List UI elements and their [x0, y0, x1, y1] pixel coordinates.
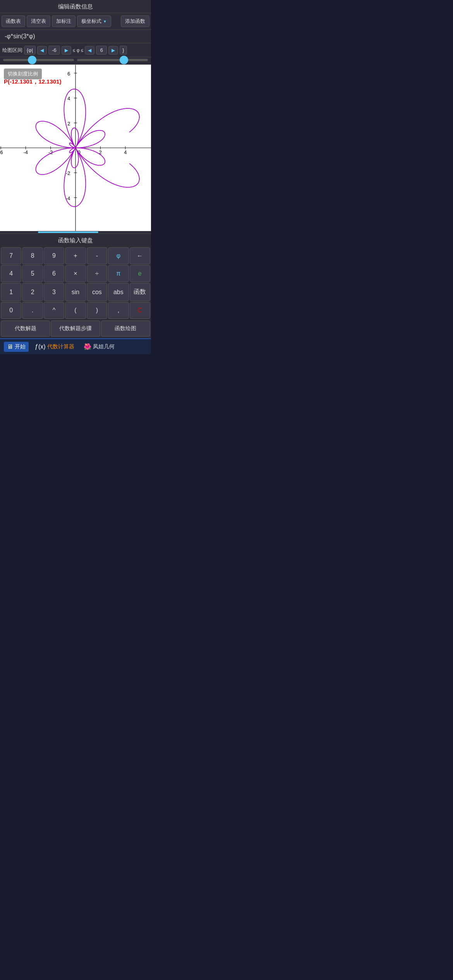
- range-bar: 绘图区间 {φ| ◀ -6 ▶ ≤ φ ≤ ◀ 6 ▶ }: [0, 43, 151, 57]
- svg-text:-6: -6: [0, 150, 3, 155]
- key-open-paren[interactable]: (: [65, 302, 86, 319]
- range-right-arrow-1[interactable]: ▶: [62, 46, 71, 55]
- key-9[interactable]: 9: [44, 247, 64, 264]
- function-table-button[interactable]: 函数表: [2, 15, 25, 27]
- svg-text:-4: -4: [24, 150, 28, 155]
- key-backspace[interactable]: ←: [130, 247, 150, 264]
- key-close-paren[interactable]: ): [87, 302, 107, 319]
- range-right-value: 6: [96, 46, 107, 55]
- key-8[interactable]: 8: [22, 247, 43, 264]
- toolbar: 函数表 清空表 加标注 极坐标式 ▼ 添加函数: [0, 13, 151, 30]
- algebra-icon: ƒ(x): [35, 343, 46, 350]
- key-comma[interactable]: ,: [108, 302, 129, 319]
- top-bar: 编辑函数信息: [0, 0, 151, 13]
- function-plot-button[interactable]: 函数绘图: [101, 320, 150, 337]
- app-title: 编辑函数信息: [58, 3, 93, 10]
- slider-row: [0, 57, 151, 65]
- range-right-arrow-2[interactable]: ▶: [108, 46, 118, 55]
- keyboard-title: 函数输入键盘: [58, 237, 93, 243]
- key-caret[interactable]: ^: [44, 302, 64, 319]
- key-pi[interactable]: π: [108, 265, 129, 282]
- key-e[interactable]: e: [130, 265, 150, 282]
- taskbar-geometry-app[interactable]: 🌺 凤姐几何: [81, 341, 118, 352]
- taskbar: 🖥 开始 ƒ(x) 代数计算器 🌺 凤姐几何: [0, 338, 151, 354]
- svg-text:2: 2: [67, 121, 70, 127]
- key-minus[interactable]: -: [87, 247, 107, 264]
- formula-display[interactable]: -φ*sin(3*φ): [0, 30, 151, 43]
- key-3[interactable]: 3: [44, 283, 64, 301]
- algebra-steps-button[interactable]: 代数解题步骤: [51, 320, 100, 337]
- key-plus[interactable]: +: [65, 247, 86, 264]
- clear-table-button[interactable]: 清空表: [27, 15, 50, 27]
- key-2[interactable]: 2: [22, 283, 43, 301]
- range-label: 绘图区间: [2, 47, 22, 54]
- dropdown-arrow-icon: ▼: [103, 19, 107, 24]
- key-cos[interactable]: cos: [87, 283, 107, 301]
- left-slider[interactable]: [3, 59, 74, 61]
- key-divide[interactable]: ÷: [87, 265, 107, 282]
- key-7[interactable]: 7: [1, 247, 21, 264]
- key-sin[interactable]: sin: [65, 283, 86, 301]
- range-end-brace: }: [120, 46, 127, 55]
- left-slider-thumb[interactable]: [28, 56, 36, 64]
- key-4[interactable]: 4: [1, 265, 21, 282]
- key-5[interactable]: 5: [22, 265, 43, 282]
- keyboard-header: 函数输入键盘: [0, 233, 151, 247]
- range-left-arrow-2[interactable]: ◀: [85, 46, 94, 55]
- start-label: 开始: [15, 343, 26, 350]
- key-1[interactable]: 1: [1, 283, 21, 301]
- right-slider-thumb[interactable]: [120, 56, 128, 64]
- svg-text:4: 4: [124, 150, 127, 155]
- range-brace: {φ|: [24, 46, 36, 55]
- key-6[interactable]: 6: [44, 265, 64, 282]
- add-annotation-button[interactable]: 加标注: [52, 15, 76, 27]
- key-phi[interactable]: φ: [108, 247, 129, 264]
- action-row: 代数解题 代数解题步骤 函数绘图: [0, 320, 151, 338]
- polar-graph-svg: 2 4 -2 -4 -6 2 4 6 -2 -4 0: [0, 65, 151, 231]
- keyboard-grid: 7 8 9 + - φ ← 4 5 6 × ÷ π e 1 2 3 sin co…: [0, 247, 151, 320]
- scale-toggle-button[interactable]: 切换刻度比例: [4, 69, 42, 79]
- key-clear[interactable]: C: [130, 302, 150, 319]
- formula-text: -φ*sin(3*φ): [5, 33, 35, 39]
- right-slider[interactable]: [77, 59, 148, 61]
- svg-text:4: 4: [67, 96, 70, 101]
- key-dot[interactable]: .: [22, 302, 43, 319]
- svg-text:-2: -2: [66, 171, 70, 176]
- algebra-app-label: 代数计算器: [47, 343, 74, 350]
- key-0[interactable]: 0: [1, 302, 21, 319]
- key-abs[interactable]: abs: [108, 283, 129, 301]
- key-multiply[interactable]: ×: [65, 265, 86, 282]
- point-label: P(-12.1301，12.1301): [4, 78, 61, 86]
- range-ineq: ≤ φ ≤: [73, 48, 84, 53]
- add-function-button[interactable]: 添加函数: [121, 15, 149, 27]
- key-function[interactable]: 函数: [130, 283, 150, 301]
- start-button[interactable]: 🖥 开始: [4, 342, 29, 352]
- start-icon: 🖥: [7, 343, 13, 350]
- taskbar-algebra-app[interactable]: ƒ(x) 代数计算器: [32, 342, 77, 352]
- scroll-bar: [0, 231, 151, 233]
- range-left-arrow-1[interactable]: ◀: [37, 46, 47, 55]
- range-left-value: -6: [48, 46, 60, 55]
- geometry-app-label: 凤姐几何: [93, 343, 115, 350]
- algebra-solve-button[interactable]: 代数解题: [1, 320, 50, 337]
- scroll-thumb: [38, 231, 98, 233]
- svg-text:6: 6: [67, 71, 70, 77]
- geometry-icon: 🌺: [84, 343, 91, 350]
- polar-mode-button[interactable]: 极坐标式 ▼: [77, 15, 111, 27]
- graph-area[interactable]: 切换刻度比例 P(-12.1301，12.1301) 2 4 -2 -4 -6 …: [0, 65, 151, 231]
